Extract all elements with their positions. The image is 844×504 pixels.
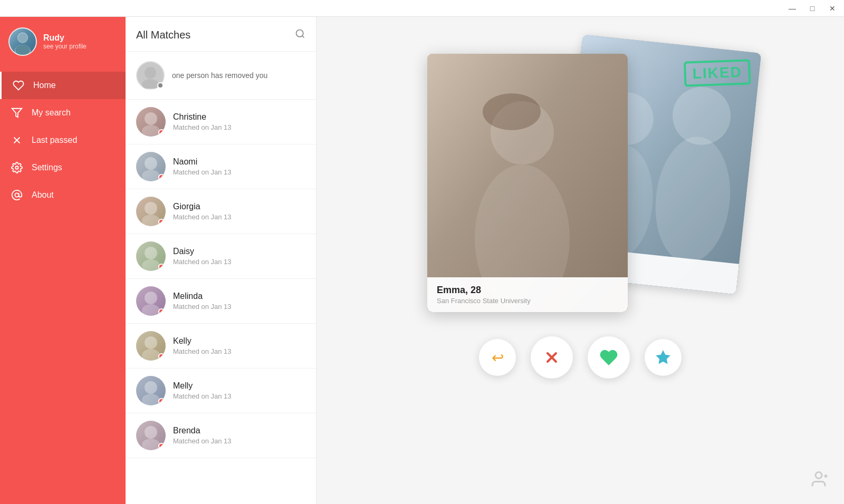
match-name-giorgia: Giorgia bbox=[173, 202, 232, 211]
svg-point-25 bbox=[145, 381, 157, 394]
svg-point-37 bbox=[483, 93, 541, 130]
sidebar-nav: Home My search Last passed bbox=[0, 72, 126, 209]
card-emma-detail: San Francisco State University bbox=[437, 297, 618, 305]
heart-outline-icon bbox=[12, 79, 25, 92]
sidebar-item-about[interactable]: About bbox=[0, 181, 126, 209]
svg-point-17 bbox=[145, 202, 157, 215]
match-avatar-giorgia bbox=[136, 197, 166, 226]
sidebar-username: Rudy bbox=[43, 33, 87, 43]
match-dot-kelly bbox=[158, 353, 165, 360]
sidebar-profile-link[interactable]: see your profile bbox=[43, 43, 87, 50]
match-name-christine: Christine bbox=[173, 112, 232, 122]
match-date-brenda: Matched on Jan 13 bbox=[173, 437, 232, 445]
match-item-naomi[interactable]: Naomi Matched on Jan 13 bbox=[126, 144, 316, 189]
match-info-brenda: Brenda Matched on Jan 13 bbox=[173, 426, 232, 445]
sidebar-item-last-passed[interactable]: Last passed bbox=[0, 127, 126, 154]
x-icon bbox=[11, 134, 23, 147]
match-avatar-daisy bbox=[136, 241, 166, 271]
match-dot-brenda bbox=[158, 443, 165, 449]
matches-search-button[interactable] bbox=[295, 28, 305, 42]
removed-text: one person has removed you bbox=[172, 71, 267, 80]
svg-marker-40 bbox=[657, 351, 670, 364]
sidebar-profile[interactable]: Rudy see your profile bbox=[0, 17, 126, 66]
rewind-button[interactable]: ↩ bbox=[479, 339, 516, 376]
svg-point-41 bbox=[816, 472, 822, 479]
nav-label-settings: Settings bbox=[32, 163, 62, 172]
match-item-brenda[interactable]: Brenda Matched on Jan 13 bbox=[126, 413, 316, 458]
match-dot-daisy bbox=[158, 264, 165, 270]
match-avatar-melinda bbox=[136, 286, 166, 316]
superlike-icon bbox=[655, 350, 671, 365]
sidebar-item-settings[interactable]: Settings bbox=[0, 154, 126, 181]
svg-point-19 bbox=[145, 247, 157, 259]
nav-label-about: About bbox=[32, 190, 54, 200]
match-item-giorgia[interactable]: Giorgia Matched on Jan 13 bbox=[126, 189, 316, 234]
svg-point-18 bbox=[142, 215, 160, 226]
match-dot-giorgia bbox=[158, 219, 165, 225]
match-item-melinda[interactable]: Melinda Matched on Jan 13 bbox=[126, 279, 316, 324]
superlike-button[interactable] bbox=[645, 339, 682, 376]
match-date-daisy: Matched on Jan 13 bbox=[173, 258, 232, 266]
match-info-naomi: Naomi Matched on Jan 13 bbox=[173, 157, 232, 176]
match-item-kelly[interactable]: Kelly Matched on Jan 13 bbox=[126, 324, 316, 369]
match-avatar-brenda bbox=[136, 421, 166, 450]
match-info-giorgia: Giorgia Matched on Jan 13 bbox=[173, 202, 232, 221]
match-name-kelly: Kelly bbox=[173, 336, 232, 346]
match-item-melly[interactable]: Melly Matched on Jan 13 bbox=[126, 369, 316, 413]
card-emma-image bbox=[427, 54, 628, 312]
svg-point-26 bbox=[142, 394, 160, 405]
app-body: Rudy see your profile Home My s bbox=[0, 17, 844, 504]
svg-point-11 bbox=[145, 67, 156, 79]
svg-point-20 bbox=[142, 259, 160, 271]
removed-dot bbox=[157, 82, 164, 89]
svg-point-13 bbox=[145, 112, 157, 125]
svg-point-7 bbox=[15, 166, 18, 169]
titlebar: — □ ✕ bbox=[0, 0, 844, 17]
card-emma-name: Emma, 28 bbox=[437, 285, 618, 296]
nav-label-my-search: My search bbox=[32, 108, 71, 118]
dislike-button[interactable] bbox=[531, 336, 573, 379]
avatar bbox=[8, 27, 37, 56]
removed-notice[interactable]: one person has removed you bbox=[126, 52, 316, 100]
match-date-melly: Matched on Jan 13 bbox=[173, 392, 232, 400]
card-emma-info: Emma, 28 San Francisco State University bbox=[427, 277, 628, 312]
removed-avatar bbox=[136, 61, 165, 90]
match-avatar-christine bbox=[136, 107, 166, 137]
dislike-icon bbox=[543, 349, 560, 366]
filter-icon bbox=[11, 106, 23, 119]
match-name-daisy: Daisy bbox=[173, 247, 232, 256]
minimize-button[interactable]: — bbox=[787, 4, 798, 13]
sidebar-item-home[interactable]: Home bbox=[0, 72, 126, 99]
match-item-daisy[interactable]: Daisy Matched on Jan 13 bbox=[126, 234, 316, 279]
rewind-icon: ↩ bbox=[492, 349, 504, 366]
match-name-brenda: Brenda bbox=[173, 426, 232, 435]
sidebar-item-my-search[interactable]: My search bbox=[0, 99, 126, 127]
svg-point-14 bbox=[142, 125, 160, 137]
avatar-image bbox=[9, 28, 36, 55]
maximize-button[interactable]: □ bbox=[807, 4, 818, 13]
nav-label-home: Home bbox=[33, 81, 56, 90]
svg-point-22 bbox=[142, 304, 160, 316]
match-item-christine[interactable]: Christine Matched on Jan 13 bbox=[126, 100, 316, 144]
match-dot-melly bbox=[158, 398, 165, 404]
svg-point-2 bbox=[18, 33, 27, 43]
match-avatar-naomi bbox=[136, 152, 166, 181]
like-button[interactable] bbox=[588, 336, 630, 379]
svg-marker-4 bbox=[12, 109, 22, 118]
gear-icon bbox=[11, 161, 23, 174]
card-emma[interactable]: Emma, 28 San Francisco State University bbox=[427, 54, 628, 312]
match-dot-melinda bbox=[158, 308, 165, 315]
match-dot-christine bbox=[158, 129, 165, 135]
close-button[interactable]: ✕ bbox=[827, 4, 838, 13]
svg-point-12 bbox=[142, 79, 159, 89]
sidebar-user-info: Rudy see your profile bbox=[43, 33, 87, 50]
svg-point-23 bbox=[145, 336, 157, 349]
liked-stamp: LIKED bbox=[684, 59, 751, 86]
matches-title: All Matches bbox=[136, 29, 190, 41]
matches-header: All Matches bbox=[126, 17, 316, 52]
match-info-daisy: Daisy Matched on Jan 13 bbox=[173, 247, 232, 266]
match-avatar-melly bbox=[136, 376, 166, 405]
match-date-melinda: Matched on Jan 13 bbox=[173, 303, 232, 311]
card-stack: LIKED Julie, 19 Cornell University bbox=[417, 43, 744, 317]
match-name-melinda: Melinda bbox=[173, 292, 232, 301]
